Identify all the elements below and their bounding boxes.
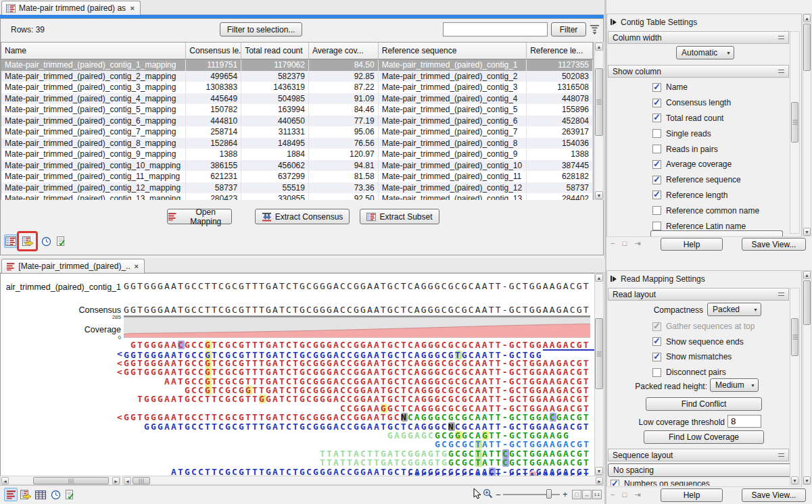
collapse-icon[interactable] <box>778 453 784 457</box>
mapping-panel-scrollbar[interactable]: ▼ <box>790 288 800 485</box>
save-view-button[interactable]: Save View... <box>742 238 806 251</box>
tab-contig-table[interactable]: Mate-pair trimmed (paired) as... × <box>1 1 141 15</box>
column-width-group-header[interactable]: Column width <box>608 31 789 44</box>
sequence-horizontal-scrollbar[interactable]: ◄ ► <box>122 476 604 485</box>
show-column-average-coverage-checkbox[interactable]: Average coverage <box>652 157 788 172</box>
scroll-up-icon[interactable]: ▲ <box>595 274 603 282</box>
fit-width-icon[interactable]: ↔ <box>582 490 592 499</box>
filter-to-selection-button[interactable]: Filter to selection... <box>220 22 302 36</box>
table-row[interactable]: Mate-pair_trimmed_(paired)_contig_2_mapp… <box>1 71 593 82</box>
show-mismatches-checkbox[interactable]: Show mismatches <box>652 349 794 365</box>
show-column-reference-common-name-checkbox[interactable]: Reference common name <box>652 203 788 218</box>
right-panel-scrollbar-bottom[interactable]: ▲ ▼ <box>803 270 811 485</box>
contig-panel-scroll-thumb[interactable] <box>791 102 798 143</box>
scroll-right-icon[interactable]: ► <box>112 477 120 484</box>
low-coverage-threshold-input[interactable] <box>727 415 761 428</box>
extract-consensus-button[interactable]: Extract Consensus <box>255 209 350 224</box>
zoom-100-icon[interactable]: 1:1 <box>592 490 602 499</box>
show-column-reference-length-checkbox[interactable]: Reference length <box>652 188 788 203</box>
column-header-name[interactable]: Name <box>1 43 186 59</box>
panel-dock-icons[interactable]: − □ ⇥ <box>611 239 643 248</box>
column-width-dropdown[interactable]: Automatic ▼ <box>676 46 734 59</box>
read-layout-group-header[interactable]: Read layout <box>608 288 789 301</box>
scroll-down-icon[interactable]: ▼ <box>595 467 603 475</box>
mapping-view-icon[interactable] <box>4 488 18 501</box>
checkbox-icon[interactable] <box>652 191 661 199</box>
table-row[interactable]: Mate-pair_trimmed_(paired)_contig_13_map… <box>1 193 593 200</box>
checkbox-icon[interactable] <box>652 222 661 230</box>
scroll-thumb[interactable] <box>803 280 811 325</box>
show-column-name-checkbox[interactable]: Name <box>652 80 788 95</box>
scroll-down-icon[interactable]: ▼ <box>803 228 811 236</box>
close-icon[interactable]: × <box>133 262 140 270</box>
scroll-up-icon[interactable]: ▲ <box>595 43 603 51</box>
checkbox-icon[interactable] <box>652 206 661 215</box>
column-header-reference-le[interactable]: Reference le... <box>527 43 593 59</box>
collapse-icon[interactable] <box>778 36 784 39</box>
panel-expand-icon[interactable] <box>611 18 617 27</box>
collapse-icon[interactable] <box>778 70 784 73</box>
scroll-thumb[interactable] <box>803 24 811 71</box>
numbers-on-sequences-checkbox[interactable]: Numbers on sequences <box>611 479 786 486</box>
filter-input[interactable] <box>443 22 548 36</box>
checkbox-icon[interactable] <box>611 480 619 486</box>
table-row[interactable]: Mate-pair_trimmed_(paired)_contig_4_mapp… <box>1 93 593 105</box>
table-row[interactable]: Mate-pair_trimmed_(paired)_contig_10_map… <box>1 160 593 172</box>
history-view-icon[interactable] <box>39 234 53 248</box>
table-scroll-thumb[interactable] <box>595 68 603 136</box>
history-view-icon[interactable] <box>49 488 62 501</box>
help-button[interactable]: Help <box>661 488 723 502</box>
zoom-selection-icon[interactable]: ⬚ <box>572 490 581 499</box>
checkbox-icon[interactable] <box>652 129 661 138</box>
spacing-dropdown[interactable]: No spacing ▼ <box>608 463 800 477</box>
show-column-single-reads-checkbox[interactable]: Single reads <box>652 126 788 141</box>
scroll-left-icon[interactable]: ◄ <box>124 477 131 484</box>
column-header-consensus-le[interactable]: Consensus le... <box>186 43 241 59</box>
scroll-right-icon[interactable]: ► <box>596 477 603 484</box>
checkbox-icon[interactable] <box>652 368 661 377</box>
tab-read-mapping[interactable]: [Mate-pair_trimmed_(paired)_...] × <box>1 259 145 273</box>
show-column-consensus-length-checkbox[interactable]: Consensus length <box>652 95 788 111</box>
filter-options-funnel-icon[interactable] <box>589 24 601 37</box>
find-conflict-button[interactable]: Find Conflict <box>646 397 762 411</box>
element-info-icon[interactable] <box>62 488 76 501</box>
table-row[interactable]: Mate-pair_trimmed_(paired)_contig_5_mapp… <box>1 104 593 116</box>
table-row[interactable]: Mate-pair_trimmed_(paired)_contig_3_mapp… <box>1 82 593 93</box>
label-horizontal-scrollbar[interactable]: ◄ ► <box>0 476 120 485</box>
mapping-panel-scroll-thumb[interactable] <box>791 318 798 356</box>
open-mapping-button[interactable]: Open Mapping <box>167 209 232 224</box>
packed-read-height-dropdown[interactable]: Medium ▼ <box>710 378 759 392</box>
scroll-thumb[interactable] <box>33 477 109 484</box>
show-column-group-header[interactable]: Show column <box>608 65 789 78</box>
table-vertical-scrollbar[interactable]: ▲ ▼ <box>594 42 604 200</box>
open-split-view-icon[interactable] <box>19 488 32 501</box>
mapping-vertical-scrollbar[interactable]: ▲ ▼ <box>594 273 604 476</box>
checkbox-icon[interactable] <box>652 83 661 92</box>
checkbox-icon[interactable] <box>652 99 661 107</box>
checkbox-icon[interactable] <box>652 353 661 361</box>
element-info-icon[interactable] <box>53 234 67 248</box>
column-header-average-cov[interactable]: Average cov... <box>309 43 379 59</box>
find-low-coverage-button[interactable]: Find Low Coverage <box>644 430 764 444</box>
checkbox-icon[interactable] <box>652 114 661 122</box>
table-row[interactable]: Mate-pair_trimmed_(paired)_contig_12_map… <box>1 182 593 194</box>
cursor-tool-icon[interactable] <box>473 488 482 501</box>
contig-settings-header[interactable]: Contig Table Settings <box>611 18 697 27</box>
zoom-tool-icon[interactable] <box>483 488 494 501</box>
zoom-out-minus[interactable]: − <box>496 490 501 500</box>
panel-expand-icon[interactable] <box>611 274 617 284</box>
checkbox-icon[interactable] <box>652 176 661 184</box>
collapse-icon[interactable] <box>778 293 784 296</box>
checkbox-icon[interactable] <box>652 160 661 169</box>
table-row[interactable]: Mate-pair_trimmed_(paired)_contig_8_mapp… <box>1 138 593 149</box>
checkbox-icon[interactable] <box>652 337 661 346</box>
show-column-reads-in-pairs-checkbox[interactable]: Reads in pairs <box>652 141 788 157</box>
extract-subset-button[interactable]: Extract Subset <box>360 209 439 224</box>
contig-panel-scrollbar[interactable] <box>790 31 800 234</box>
save-view-button[interactable]: Save View... <box>742 488 806 502</box>
table-row[interactable]: Mate-pair_trimmed_(paired)_contig_1_mapp… <box>1 59 593 71</box>
scroll-up-icon[interactable]: ▲ <box>803 14 811 22</box>
scroll-left-icon[interactable]: ◄ <box>1 477 9 484</box>
help-button[interactable]: Help <box>661 238 723 251</box>
mapping-settings-header[interactable]: Read Mapping Settings <box>611 274 705 284</box>
